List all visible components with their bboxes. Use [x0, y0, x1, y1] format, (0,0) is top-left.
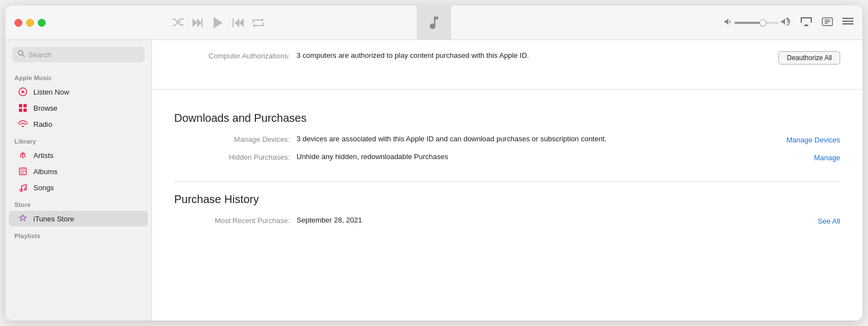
svg-point-15 [22, 126, 24, 127]
svg-point-22 [20, 189, 22, 191]
sidebar-section-apple-music: Apple Music [6, 69, 151, 83]
titlebar [6, 6, 862, 40]
authorizations-value: 3 computers are authorized to play conte… [297, 51, 756, 60]
manage-devices-value: 3 devices are associated with this Apple… [297, 135, 764, 143]
svg-point-7 [18, 51, 23, 55]
songs-icon [18, 182, 28, 192]
maximize-button[interactable] [38, 19, 46, 27]
listen-now-icon [18, 87, 28, 97]
playback-controls [172, 17, 264, 29]
lyrics-icon[interactable] [821, 17, 834, 29]
songs-label: Songs [33, 184, 54, 192]
fast-forward-button[interactable] [233, 18, 244, 27]
store-icon [18, 214, 28, 224]
svg-rect-12 [23, 104, 27, 107]
play-button[interactable] [213, 17, 224, 29]
minimize-button[interactable] [26, 19, 34, 27]
volume-high-icon [781, 18, 791, 27]
hidden-purchases-row: Hidden Purchases: Unhide any hidden, red… [174, 152, 840, 162]
sidebar-item-listen-now[interactable]: Listen Now [9, 84, 148, 100]
search-bar[interactable]: Search [12, 47, 145, 62]
sidebar-item-browse[interactable]: Browse [9, 100, 148, 116]
svg-rect-13 [19, 108, 22, 112]
manage-devices-link[interactable]: Manage Devices [786, 136, 840, 144]
authorizations-section: Computer Authorizations: 3 computers are… [152, 40, 862, 78]
see-all-link[interactable]: See All [818, 217, 840, 225]
deauthorize-all-action: Deauthorize All [756, 51, 840, 65]
now-playing-display [417, 6, 451, 40]
sidebar: Search Apple Music Listen Now Browse [6, 40, 152, 320]
search-icon [18, 50, 25, 59]
deauthorize-all-button[interactable]: Deauthorize All [778, 51, 840, 65]
hidden-purchases-action: Manage [792, 152, 840, 162]
radio-icon [18, 119, 28, 129]
hidden-purchases-link[interactable]: Manage [814, 154, 840, 162]
volume-slider[interactable] [734, 22, 779, 24]
svg-rect-14 [23, 108, 27, 112]
purchase-history-title: Purchase History [174, 193, 840, 206]
sidebar-section-store: Store [6, 196, 151, 210]
traffic-lights [14, 19, 46, 27]
most-recent-purchase-row: Most Recent Purchase: September 28, 2021… [174, 216, 840, 226]
most-recent-value: September 28, 2021 [297, 216, 796, 224]
authorizations-label: Computer Authorizations: [174, 51, 297, 60]
albums-icon [18, 166, 28, 176]
volume-control[interactable] [724, 18, 791, 27]
main-layout: Search Apple Music Listen Now Browse [6, 40, 862, 320]
rewind-button[interactable] [193, 18, 204, 27]
see-all-action: See All [796, 216, 840, 226]
manage-devices-action: Manage Devices [764, 135, 840, 145]
authorizations-row: Computer Authorizations: 3 computers are… [174, 51, 840, 65]
manage-devices-row: Manage Devices: 3 devices are associated… [174, 135, 840, 145]
downloads-section-title: Downloads and Purchases [174, 112, 840, 125]
volume-low-icon [724, 18, 732, 27]
svg-line-8 [23, 55, 25, 57]
artists-label: Artists [33, 151, 53, 160]
shuffle-button[interactable] [172, 18, 184, 27]
sidebar-item-songs[interactable]: Songs [9, 180, 148, 195]
browse-icon [18, 103, 28, 113]
browse-label: Browse [33, 104, 57, 112]
queue-icon[interactable] [842, 17, 854, 28]
divider-1 [152, 89, 862, 90]
hidden-purchases-value: Unhide any hidden, redownloadable Purcha… [297, 152, 792, 161]
right-controls [724, 16, 854, 29]
sidebar-item-itunes-store[interactable]: iTunes Store [9, 211, 148, 226]
radio-label: Radio [33, 120, 52, 129]
search-placeholder: Search [28, 51, 51, 59]
sidebar-item-radio[interactable]: Radio [9, 116, 148, 132]
sidebar-section-playlists: Playlists [6, 227, 151, 241]
svg-rect-11 [19, 104, 22, 107]
airplay-icon[interactable] [800, 16, 812, 29]
content-area: Computer Authorizations: 3 computers are… [152, 40, 862, 320]
close-button[interactable] [14, 19, 22, 27]
app-window: Search Apple Music Listen Now Browse [6, 6, 862, 320]
artists-icon [18, 150, 28, 160]
manage-devices-label: Manage Devices: [174, 135, 297, 144]
itunes-store-label: iTunes Store [33, 215, 74, 223]
purchase-history-section: Purchase History Most Recent Purchase: S… [152, 182, 862, 245]
sidebar-item-albums[interactable]: Albums [9, 164, 148, 179]
svg-marker-10 [22, 90, 25, 93]
listen-now-label: Listen Now [33, 88, 69, 96]
sidebar-item-artists[interactable]: Artists [9, 147, 148, 163]
hidden-purchases-label: Hidden Purchases: [174, 152, 297, 161]
sidebar-section-library: Library [6, 132, 151, 147]
repeat-button[interactable] [253, 18, 264, 27]
albums-label: Albums [33, 167, 57, 176]
most-recent-label: Most Recent Purchase: [174, 216, 297, 225]
downloads-section: Downloads and Purchases Manage Devices: … [152, 101, 862, 181]
svg-point-23 [24, 188, 27, 190]
